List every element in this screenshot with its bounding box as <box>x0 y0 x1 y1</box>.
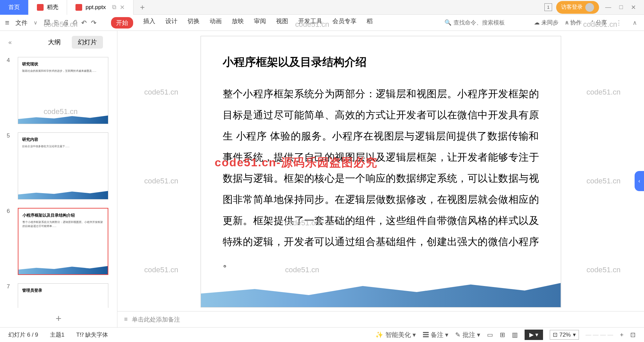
ribbon-tabs: 开始 插入 设计 切换 动画 放映 审阅 视图 开发工具 会员专享 稻 <box>111 17 373 28</box>
share-button[interactable]: ↗ 分享 <box>588 19 607 26</box>
ribbon: ≡ 文件 ∨ 🖫 ⎘ 🖨 ⎙ ↶ ↷ 开始 插入 设计 切换 动画 放映 审阅 … <box>0 15 644 31</box>
notification-badge[interactable]: 1 <box>544 3 552 11</box>
slide-position: 幻灯片 6 / 9 <box>8 331 38 339</box>
search-box[interactable]: 🔍 <box>444 19 527 26</box>
missing-font-label[interactable]: T⁉ 缺失字体 <box>76 331 108 339</box>
watermark: code51.cn <box>586 177 621 185</box>
login-button[interactable]: 访客登录 <box>556 1 599 14</box>
print-icon[interactable]: 🖨 <box>62 19 69 27</box>
notes-bar[interactable]: ≡ 单击此处添加备注 <box>117 311 644 327</box>
tab-add-button[interactable]: + <box>133 3 152 12</box>
zoom-in-icon[interactable]: + <box>620 331 624 339</box>
slide-panel: « 大纲 幻灯片 4 研究现状随着社会的发展和科学技术的进步，互联网技术越来越普… <box>0 31 117 329</box>
tab-bar: 首页 稻壳 ppt.pptx ⧉ ✕ + 1 访客登录 — □ ✕ <box>0 0 644 15</box>
watermark: code51.cn <box>144 266 178 274</box>
search-input[interactable] <box>453 19 527 26</box>
undo-icon[interactable]: ↶ <box>81 19 87 27</box>
watermark: code51.cn <box>144 177 178 185</box>
save-icon[interactable]: 🖫 <box>44 19 50 27</box>
fit-icon[interactable]: ⊡ <box>630 331 636 339</box>
sorter-view-icon[interactable]: ⊞ <box>500 331 505 339</box>
watermark: code51.cn <box>144 88 178 97</box>
theme-label[interactable]: 主题1 <box>50 331 64 339</box>
ribbon-tab-insert[interactable]: 插入 <box>143 17 155 28</box>
slide-decoration <box>201 277 561 307</box>
thumbnail-item[interactable]: 7 管理员登录 <box>7 283 110 308</box>
maximize-button[interactable]: □ <box>617 4 625 11</box>
sync-status[interactable]: ☁ 未同步 <box>534 19 558 26</box>
status-bar: 幻灯片 6 / 9 主题1 T⁉ 缺失字体 ✨ 智能美化 ▾ ☰ 备注 ▾ ✎ … <box>0 327 644 342</box>
notes-icon: ≡ <box>124 316 128 323</box>
close-tab-icon[interactable]: ✕ <box>120 4 125 11</box>
outline-tab[interactable]: 大纲 <box>42 36 67 49</box>
side-tab-handle[interactable]: ‹ <box>635 171 644 191</box>
add-slide-button[interactable]: + <box>0 308 117 329</box>
ribbon-tab-more[interactable]: 稻 <box>367 17 373 28</box>
minimize-button[interactable]: — <box>603 4 613 11</box>
reading-view-icon[interactable]: ▥ <box>512 331 518 339</box>
ribbon-tab-vip[interactable]: 会员专享 <box>332 17 357 28</box>
watermark: code51.cn <box>586 266 621 274</box>
canvas-area[interactable]: 小程序框架以及目录结构介绍 整个小程序框架系统分为两部分：逻辑层和视图层。小程序… <box>117 31 644 329</box>
new-icon[interactable]: ⎘ <box>54 19 58 27</box>
close-button[interactable]: ✕ <box>629 4 638 11</box>
tab-document[interactable]: ppt.pptx ⧉ ✕ <box>67 0 133 15</box>
collapse-ribbon-icon[interactable]: ∧ <box>631 19 639 26</box>
thumbnail-item[interactable]: 6 小程序框架以及目录结构介绍整个小程序框架系统分为两部分：逻辑层和视图层。小程… <box>7 208 110 275</box>
slides-tab[interactable]: 幻灯片 <box>72 36 103 49</box>
ribbon-tab-animation[interactable]: 动画 <box>210 17 222 28</box>
ribbon-tab-slideshow[interactable]: 放映 <box>232 17 244 28</box>
more-icon[interactable]: ⋮ <box>614 19 624 26</box>
preview-icon[interactable]: ⎙ <box>73 19 77 27</box>
thumbnail-list[interactable]: 4 研究现状随着社会的发展和科学技术的进步，互联网技术越来越普及...... 5… <box>0 54 117 308</box>
watermark: code51.cn <box>586 88 621 97</box>
tab-home[interactable]: 首页 <box>0 0 29 15</box>
thumbnail-item[interactable]: 4 研究现状随着社会的发展和科学技术的进步，互联网技术越来越普及...... <box>7 57 110 124</box>
redo-icon[interactable]: ↷ <box>91 19 97 27</box>
collab-button[interactable]: ጰ 协作 <box>565 19 582 26</box>
notes-placeholder[interactable]: 单击此处添加备注 <box>132 316 180 324</box>
docker-icon <box>37 4 44 11</box>
file-menu[interactable]: 文件 <box>15 19 28 27</box>
beautify-button[interactable]: ✨ 智能美化 ▾ <box>375 331 416 339</box>
ppt-icon <box>75 4 82 11</box>
slide[interactable]: 小程序框架以及目录结构介绍 整个小程序框架系统分为两部分：逻辑层和视图层。小程序… <box>201 36 561 307</box>
normal-view-icon[interactable]: ▭ <box>487 331 493 339</box>
ribbon-tab-design[interactable]: 设计 <box>165 17 177 28</box>
ribbon-tab-devtools[interactable]: 开发工具 <box>298 17 322 28</box>
avatar-icon <box>585 3 594 12</box>
ribbon-tab-view[interactable]: 视图 <box>276 17 288 28</box>
slide-body[interactable]: 整个小程序框架系统分为两部分：逻辑层和视图层。小程序开发框架的目标是通过尽可能简… <box>223 83 539 273</box>
tab-docker[interactable]: 稻壳 <box>29 0 67 15</box>
collapse-panel-icon[interactable]: « <box>8 39 12 46</box>
main-area: « 大纲 幻灯片 4 研究现状随着社会的发展和科学技术的进步，互联网技术越来越普… <box>0 31 644 329</box>
zoom-control[interactable]: ⊡ 72% ▾ <box>550 330 579 340</box>
search-icon: 🔍 <box>444 19 451 26</box>
detach-icon[interactable]: ⧉ <box>112 4 116 11</box>
notes-toggle[interactable]: ☰ 备注 ▾ <box>423 331 449 339</box>
ribbon-tab-start[interactable]: 开始 <box>111 17 133 28</box>
ribbon-tab-review[interactable]: 审阅 <box>254 17 266 28</box>
slide-title[interactable]: 小程序框架以及目录结构介绍 <box>223 55 539 70</box>
comments-toggle[interactable]: ✎ 批注 ▾ <box>455 331 480 339</box>
thumbnail-item[interactable]: 5 研究内容目前企业中很多都在方法论和主题下...... <box>7 132 110 199</box>
ribbon-tab-transition[interactable]: 切换 <box>187 17 200 28</box>
slideshow-button[interactable]: ▶ ▾ <box>525 330 543 340</box>
hamburger-icon[interactable]: ≡ <box>5 18 9 27</box>
